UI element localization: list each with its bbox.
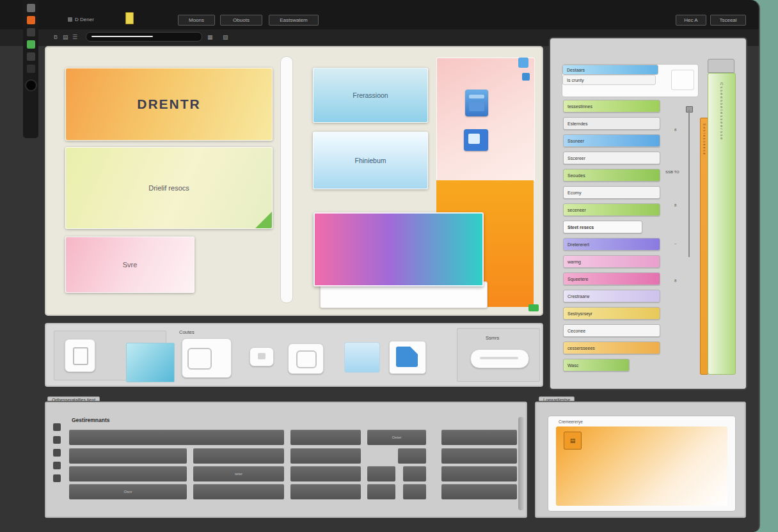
layer-bar[interactable]: seceneer [563,203,660,216]
menu-button-1[interactable]: Moons [178,15,215,26]
layer-bar[interactable]: tessestinnes [563,100,660,113]
copy-tool-button[interactable] [389,341,426,374]
track-segment[interactable] [69,430,284,445]
swatch-tool-button[interactable] [344,342,380,373]
frame-tool-button[interactable] [182,338,232,378]
canvas-card-small[interactable]: Svre [65,237,194,293]
panel-icon-small[interactable]: ▦ [207,34,213,40]
layer-bar[interactable]: Ssoneer [563,134,660,147]
canvas-card-notes[interactable]: Drielif resocs [65,147,273,229]
track-segment[interactable]: Osnr [69,484,187,499]
canvas[interactable]: DRENTR Drielif resocs Svre Frerassioon F… [45,46,543,316]
track-segment[interactable] [403,484,426,499]
strip-tab[interactable] [708,59,734,73]
tool-select-icon[interactable] [27,4,35,12]
timeline-scrollbar[interactable] [518,417,524,510]
track-segment[interactable] [441,484,517,499]
track-segment[interactable]: Oeter [367,430,426,445]
outline-tool-button[interactable] [288,343,324,374]
grid-icon[interactable]: ▤ [63,34,68,40]
green-scroll-strip[interactable]: Csseessetesseersse [708,73,736,375]
track-segment[interactable] [193,484,284,499]
tick-label: 8 [674,203,676,207]
tick-label: 8 [674,279,676,283]
bold-icon[interactable]: B [54,34,58,40]
timeline-panel: Gestiremnants Oeter teter [45,402,527,518]
layer-header-bar[interactable]: Is crunty [562,75,656,85]
strip-icon-4[interactable] [53,462,61,469]
track-segment[interactable] [441,448,517,464]
layer-bar[interactable]: warmg [563,255,660,268]
mini-square-icon-1[interactable] [518,58,528,68]
canvas-scrollbar[interactable] [280,56,293,303]
menu-button-3[interactable]: Eastswatem [269,15,319,26]
layer-header-bar[interactable]: Destaars [562,65,658,75]
layer-bar[interactable]: Sscereer [563,152,660,164]
titlebar-right-button-2[interactable]: Tsceeal [710,15,746,26]
track-segment[interactable] [441,430,517,445]
canvas-gradient-card[interactable] [314,212,484,286]
menu-button-2[interactable]: Obuots [220,15,262,26]
outline-tool-icon [296,350,317,368]
preview-frame: Cremeererye ▤ [548,416,736,512]
document-icon[interactable] [125,12,134,24]
window-icon[interactable] [464,129,488,151]
layer-bar[interactable]: Esterndes [563,117,660,130]
layer-bar[interactable]: Dretererert [563,238,660,251]
widget-group-right: Ssmrs [457,328,540,382]
track-segment[interactable] [69,448,187,464]
titlebar-right-button-1[interactable]: Hec A [676,15,706,26]
strip-icon-3[interactable] [53,449,61,457]
status-badge [528,304,539,311]
canvas-card-topmid[interactable]: Frerassioon [313,68,428,123]
tool-dark-icon-1[interactable] [27,28,35,36]
small-tool-button[interactable] [250,347,274,366]
track-segment[interactable] [441,466,517,481]
layer-bar[interactable]: Sestrysrseyr [563,307,660,320]
track-segment[interactable] [403,466,426,481]
layer-bar[interactable]: cessersseees [563,341,660,354]
layer-bar[interactable]: Crestraarw [563,290,660,302]
header-side-button[interactable] [671,70,694,90]
layer-bar[interactable]: Steet resecs [563,221,642,233]
track-segment[interactable] [398,448,426,464]
tool-eyedropper-icon[interactable] [25,79,37,91]
tool-dark-icon-3[interactable] [27,65,35,73]
track-segment[interactable] [290,448,361,464]
track-segment[interactable]: teter [193,466,284,481]
swatch-chip-icon[interactable]: ▤ [564,432,582,450]
layer-bar[interactable]: Wasc [563,359,630,372]
canvas-card-mid[interactable]: Fhiniebum [313,132,428,189]
list-icon[interactable]: ☰ [72,34,77,40]
track-segment[interactable] [193,448,284,464]
layer-bar[interactable]: Seoudes [563,169,660,182]
track-segment[interactable] [290,430,361,445]
track-segment[interactable] [69,466,187,481]
drawer-button[interactable] [65,339,95,372]
track-segment[interactable] [367,484,395,499]
canvas-card-main[interactable]: DRENTR [65,68,273,141]
strip-icon-2[interactable] [53,436,61,444]
track-segment[interactable] [290,484,361,499]
mini-square-icon-2[interactable] [522,73,530,81]
canvas-pink-region[interactable] [436,58,535,182]
tool-green-icon[interactable] [27,40,35,49]
tool-dark-icon-2[interactable] [27,52,35,61]
tool-orange-icon[interactable] [27,16,35,24]
strip-icon-5[interactable] [53,474,61,482]
folder-icon[interactable] [465,90,488,116]
track-segment[interactable] [290,466,361,481]
timeline-scrubber[interactable] [86,32,202,42]
preview-panel: Cremeererye ▤ [535,402,746,518]
strip-icon-1[interactable] [53,423,61,431]
pill-button[interactable] [470,349,529,368]
track-segment[interactable] [367,466,395,481]
layer-bar[interactable]: Squeetere [563,272,660,285]
preview-gradient[interactable]: ▤ [556,426,727,506]
tool-rail [23,0,38,138]
blue-swatch[interactable] [126,343,175,382]
layout-icon-small[interactable]: ▧ [223,34,228,40]
layer-bar[interactable]: Ecomy [563,186,660,199]
card-notes-label: Drielif resocs [148,184,189,192]
layer-bar[interactable]: Ceconee [563,324,660,337]
